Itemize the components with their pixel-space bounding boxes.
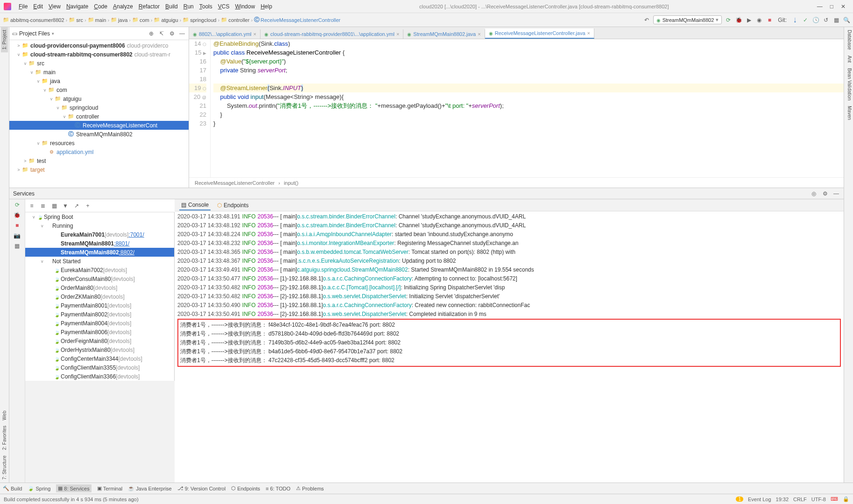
editor-breadcrumb[interactable]: ReceiveMessageListenerController›input() bbox=[189, 177, 844, 188]
menu-edit[interactable]: Edit bbox=[30, 2, 46, 11]
service-node[interactable]: OrderFeignMain80 [devtools] bbox=[25, 336, 174, 345]
bottom-tab-spring[interactable]: 🍃Spring bbox=[28, 485, 50, 491]
bottom-tab-terminal[interactable]: ▣Terminal bbox=[97, 485, 123, 491]
ant-toolwindow-tab[interactable]: Ant bbox=[844, 53, 853, 65]
camera-icon[interactable]: 📷 bbox=[14, 232, 21, 239]
service-node[interactable]: ConfigClientMain3355 [devtools] bbox=[25, 363, 174, 372]
ide-settings-icon[interactable]: ▦ bbox=[832, 16, 840, 24]
tree-node[interactable]: >cloud-providerconsul-payment8006cloud-p… bbox=[9, 41, 189, 50]
breadcrumb-item[interactable]: springcloud bbox=[183, 17, 216, 23]
tree-node[interactable]: vjava bbox=[9, 77, 189, 85]
tree-node[interactable]: StreamMQmMain8802 bbox=[9, 130, 189, 139]
input-method-icon[interactable]: ⌨ bbox=[831, 496, 838, 502]
bottom-tab-build[interactable]: 🔨Build bbox=[3, 485, 22, 491]
bottom-tab-9-version-control[interactable]: ⎇9: Version Control bbox=[177, 485, 226, 491]
breadcrumb-item[interactable]: ReceiveMessageListenerController bbox=[254, 16, 340, 24]
maximize-icon[interactable]: □ bbox=[830, 3, 833, 10]
menu-refactor[interactable]: Refactor bbox=[136, 2, 162, 11]
breadcrumb-item[interactable]: java bbox=[111, 17, 127, 23]
editor-tab[interactable]: StreamMQmMain8802.java× bbox=[403, 29, 485, 39]
nav-back-icon[interactable]: ↶ bbox=[643, 16, 650, 24]
web-toolwindow-tab[interactable]: Web bbox=[1, 408, 8, 423]
profile-icon[interactable]: ◉ bbox=[755, 16, 763, 24]
event-log-button[interactable]: Event Log bbox=[748, 497, 771, 502]
bottom-tab-6-todo[interactable]: ≡6: TODO bbox=[266, 486, 290, 491]
bottom-tab-problems[interactable]: ⚠Problems bbox=[296, 485, 324, 491]
tree-node[interactable]: vsrc bbox=[9, 59, 189, 68]
service-node[interactable]: PaymentMain8001 [devtools] bbox=[25, 301, 174, 310]
menu-navigate[interactable]: Navigate bbox=[63, 2, 91, 11]
git-revert-icon[interactable]: ↺ bbox=[822, 16, 830, 24]
menu-file[interactable]: File bbox=[16, 2, 30, 11]
git-update-icon[interactable]: ⭭ bbox=[791, 16, 799, 24]
editor-tab[interactable]: cloud-stream-rabbitmq-provider8801\...\a… bbox=[261, 29, 403, 39]
tree-node[interactable]: application.yml bbox=[9, 147, 189, 156]
tree-node[interactable]: vresources bbox=[9, 139, 189, 147]
menu-run[interactable]: Run bbox=[181, 2, 197, 11]
git-history-icon[interactable]: 🕓 bbox=[812, 16, 819, 24]
console-output[interactable]: 2020-03-17 14:33:48.191 INFO 20536 --- [… bbox=[175, 211, 844, 483]
bottom-tab-endpoints[interactable]: ⬡Endpoints bbox=[231, 485, 260, 491]
editor-tab[interactable]: ReceiveMessageListenerController.java× bbox=[485, 28, 594, 39]
menu-window[interactable]: Window bbox=[232, 2, 258, 11]
service-node[interactable]: EurekaMain7001 [devtools] :7001/ bbox=[25, 230, 174, 239]
service-node[interactable]: ConfigCenterMain3344 [devtools] bbox=[25, 354, 174, 363]
breadcrumb-item[interactable]: controller bbox=[221, 17, 249, 23]
service-node[interactable]: EurekaMain7002 [devtools] bbox=[25, 266, 174, 274]
services-settings-icon[interactable]: ⚙ bbox=[821, 190, 829, 197]
menu-tools[interactable]: Tools bbox=[197, 2, 215, 11]
service-node[interactable]: PaymentMain8006 [devtools] bbox=[25, 328, 174, 336]
run-service-icon[interactable]: 🐞 bbox=[14, 211, 21, 219]
service-node[interactable]: PaymentMain8004 [devtools] bbox=[25, 319, 174, 328]
filter-icon[interactable]: ▼ bbox=[62, 202, 69, 210]
file-encoding[interactable]: UTF-8 bbox=[811, 497, 826, 502]
menu-view[interactable]: View bbox=[46, 2, 63, 11]
stop-icon[interactable]: ■ bbox=[766, 16, 773, 24]
editor-gutter[interactable]: 14 ⬡15 ▶16 17 18 19 ⬡20 @21 22 23 bbox=[189, 39, 211, 177]
close-tab-icon[interactable]: × bbox=[587, 30, 590, 36]
run-config-select[interactable]: StreamMQmMain8802▾ bbox=[653, 15, 722, 24]
locate-icon[interactable]: ⊕ bbox=[148, 30, 155, 37]
project-scope-select[interactable]: Project Files bbox=[19, 30, 50, 37]
service-node[interactable]: OrderZKMain80 [devtools] bbox=[25, 292, 174, 301]
close-tab-icon[interactable]: × bbox=[396, 31, 399, 37]
layout-icon[interactable]: ▦ bbox=[14, 242, 21, 250]
breadcrumb-item[interactable]: atguigu bbox=[154, 17, 178, 23]
lock-icon[interactable]: 🔒 bbox=[843, 496, 849, 502]
breadcrumb[interactable]: abbitmq-consumer8802›src›main›java›com›a… bbox=[3, 16, 642, 24]
rerun-icon[interactable]: ⟳ bbox=[14, 201, 21, 209]
breadcrumb-item[interactable]: src bbox=[69, 17, 83, 23]
menu-code[interactable]: Code bbox=[91, 2, 110, 11]
services-locate-icon[interactable]: ◎ bbox=[810, 190, 818, 197]
project-toolwindow-tab[interactable]: 1: Project bbox=[1, 27, 8, 52]
menu-build[interactable]: Build bbox=[162, 2, 181, 11]
breadcrumb-item[interactable]: main bbox=[88, 17, 106, 23]
tree-node[interactable]: ReceiveMessageListenerCont bbox=[9, 121, 189, 130]
cursor-position[interactable]: 19:32 bbox=[776, 497, 789, 502]
service-node[interactable]: v Spring Boot bbox=[25, 212, 174, 221]
stop-service-icon[interactable]: ■ bbox=[14, 222, 21, 229]
tree-node[interactable]: vcom bbox=[9, 85, 189, 94]
bean-validation-toolwindow-tab[interactable]: Bean Validation bbox=[844, 65, 853, 103]
editor-tab[interactable]: 8802\...\application.yml× bbox=[189, 29, 261, 39]
search-everywhere-icon[interactable]: 🔍 bbox=[843, 16, 850, 24]
collapse-all-icon[interactable]: ↸ bbox=[158, 30, 165, 37]
service-node[interactable]: PaymentMain8002 [devtools] bbox=[25, 310, 174, 319]
bottom-tab-8-services[interactable]: ▦8: Services bbox=[56, 484, 91, 492]
tree-node[interactable]: vcloud-stream-rabbitmq-consumer8802cloud… bbox=[9, 50, 189, 59]
coverage-icon[interactable]: ▶ bbox=[745, 16, 753, 24]
line-separator[interactable]: CRLF bbox=[793, 497, 807, 502]
service-node[interactable]: v Running bbox=[25, 221, 174, 230]
service-node[interactable]: StreamMQMain8801 :8801/ bbox=[25, 239, 174, 248]
tree-node[interactable]: vmain bbox=[9, 68, 189, 77]
console-tab[interactable]: ▤Console bbox=[179, 200, 211, 210]
menu-help[interactable]: Help bbox=[258, 2, 275, 11]
event-count-badge[interactable]: 1 bbox=[736, 497, 743, 502]
minimize-icon[interactable]: — bbox=[817, 3, 823, 10]
service-node[interactable]: OrderConsulMain80 [devtools] bbox=[25, 274, 174, 283]
endpoints-tab[interactable]: ⬡Endpoints bbox=[215, 201, 250, 210]
tree-node[interactable]: vspringcloud bbox=[9, 103, 189, 112]
bottom-tab-java-enterprise[interactable]: ☕Java Enterprise bbox=[128, 485, 171, 491]
menu-vcs[interactable]: VCS bbox=[215, 2, 233, 11]
tree-node[interactable]: vatguigu bbox=[9, 94, 189, 103]
